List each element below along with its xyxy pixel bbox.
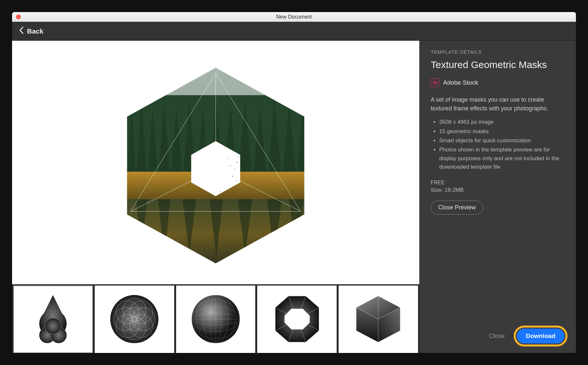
details-section-label: TEMPLATE DETAILS <box>431 49 565 55</box>
close-button[interactable]: Close <box>483 328 511 344</box>
teardrop-circles-icon <box>19 290 87 348</box>
template-source-label: Adobe Stock <box>443 79 478 86</box>
svg-rect-3 <box>124 199 338 270</box>
svg-point-14 <box>228 159 228 160</box>
svg-point-10 <box>236 162 238 163</box>
feature-item: 3508 x 4961 px image <box>439 118 565 126</box>
download-button[interactable]: Download <box>517 329 565 344</box>
overlap-circles-icon <box>101 290 168 348</box>
download-highlight-ring: Download <box>514 326 567 346</box>
thumbnail-5[interactable] <box>339 286 418 353</box>
svg-point-24 <box>110 295 159 343</box>
template-price: FREE <box>431 180 565 186</box>
thumbnail-2[interactable] <box>95 286 174 353</box>
aperture-octagon-icon <box>263 290 331 348</box>
template-source: St Adobe Stock <box>431 78 565 87</box>
feature-item: Photos shown in the template preview are… <box>439 146 565 171</box>
template-feature-list: 3508 x 4961 px image 15 geometric masks … <box>431 118 565 172</box>
window-titlebar: New Document <box>12 12 576 22</box>
svg-point-23 <box>45 318 61 334</box>
thumbnail-4[interactable] <box>257 286 337 353</box>
preview-hexagon-mask-icon <box>36 55 395 270</box>
close-preview-button[interactable]: Close Preview <box>431 201 483 215</box>
chevron-left-icon <box>19 27 24 35</box>
template-title: Textured Geometric Masks <box>431 59 565 71</box>
cube-hexagon-icon <box>344 290 412 348</box>
main-preview[interactable] <box>12 41 419 284</box>
svg-point-15 <box>230 165 231 166</box>
template-size: Size: 19.2MB <box>431 187 565 193</box>
feature-item: Smart objects for quick customization <box>439 136 565 145</box>
window-title: New Document <box>276 14 312 20</box>
svg-point-18 <box>220 191 221 192</box>
thumbnail-3[interactable] <box>176 286 256 353</box>
sphere-grid-icon <box>182 290 249 348</box>
back-button[interactable]: Back <box>19 27 43 35</box>
svg-point-16 <box>238 156 239 157</box>
svg-point-11 <box>234 169 235 170</box>
svg-point-17 <box>224 147 225 148</box>
thumbnail-1[interactable] <box>13 286 93 353</box>
close-window-button[interactable] <box>16 14 21 19</box>
svg-point-20 <box>194 184 195 184</box>
svg-point-13 <box>236 180 237 181</box>
window-controls <box>16 14 21 19</box>
top-nav-bar: Back <box>12 22 576 41</box>
new-document-window: New Document Back <box>12 12 576 353</box>
thumbnail-strip <box>12 284 419 353</box>
svg-point-19 <box>200 190 201 190</box>
template-description: A set of image masks you can use to crea… <box>431 95 565 114</box>
feature-item: 15 geometric masks <box>439 127 565 136</box>
preview-panel <box>12 41 420 353</box>
template-details-panel: TEMPLATE DETAILS Textured Geometric Mask… <box>420 41 576 353</box>
back-button-label: Back <box>27 27 43 35</box>
svg-point-12 <box>232 175 233 177</box>
adobe-stock-icon: St <box>431 78 439 87</box>
dialog-footer-buttons: Close Download <box>483 326 567 346</box>
